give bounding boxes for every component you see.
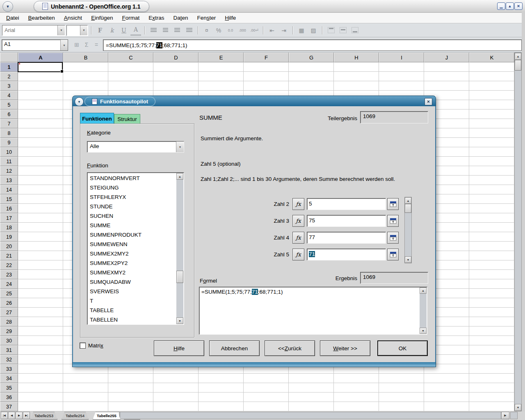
function-item-standnormvert[interactable]: STANDNORMVERT [88,173,176,183]
scroll-down-button[interactable]: ▼ [405,256,411,263]
sheet-tab-tabelle254[interactable]: Tabelle254 [62,412,89,420]
cell-K8[interactable] [469,128,514,138]
column-header-I[interactable]: I [379,52,424,62]
cell-K27[interactable] [469,308,514,317]
row-header-12[interactable]: 12 [0,166,18,176]
cell-H35[interactable] [334,383,379,393]
cell-C1[interactable] [108,62,153,72]
row-header-3[interactable]: 3 [0,81,18,91]
cell-K29[interactable] [469,326,514,336]
row-header-9[interactable]: 9 [0,138,18,147]
cell-K19[interactable] [469,232,514,242]
row-header-14[interactable]: 14 [0,185,18,194]
font-size-combo[interactable]: ▼ [66,25,88,36]
cell-H1[interactable] [334,62,379,72]
add-decimal-button[interactable]: .000 [237,25,248,35]
menu-hilfe[interactable]: Hilfe [220,14,240,22]
sheet-tab-tabelle253[interactable]: Tabelle253 [30,412,57,420]
cell-E3[interactable] [199,81,244,91]
select-all-corner[interactable] [0,52,18,62]
cell-K17[interactable] [469,213,514,223]
last-sheet-button[interactable]: ▶| [23,412,30,419]
cell-A34[interactable] [18,374,63,383]
row-header-13[interactable]: 13 [0,176,18,185]
row-header-1[interactable]: 1 [0,62,18,72]
cell-A26[interactable] [18,298,63,308]
cell-K10[interactable] [469,147,514,157]
cell-A8[interactable] [18,128,63,138]
cell-K2[interactable] [469,72,514,81]
standard-format-button[interactable]: 0.0 [225,25,236,35]
function-item-t[interactable]: T [88,296,176,306]
cell-D37[interactable] [153,402,199,411]
cell-K28[interactable] [469,317,514,326]
cell-A2[interactable] [18,72,63,81]
vertical-scroll-thumb[interactable] [515,60,521,71]
cell-E34[interactable] [199,374,244,383]
cell-H3[interactable] [334,81,379,91]
cell-B36[interactable] [63,393,108,402]
cell-C2[interactable] [108,72,153,81]
shrink-button[interactable] [387,215,399,227]
cell-A15[interactable] [18,194,63,204]
fill-handle[interactable] [60,70,64,73]
next-button[interactable]: Weiter >> [320,340,370,356]
bold-button[interactable]: F [95,25,105,35]
formula-input[interactable]: =SUMME(1;5;75;77;71;68;771;1) [103,39,522,51]
row-header-37[interactable]: 37 [0,402,18,411]
cell-I35[interactable] [379,383,424,393]
function-item-summex2py2[interactable]: SUMMEX2PY2 [88,258,176,268]
next-sheet-button[interactable]: ▶ [16,412,23,419]
cell-A17[interactable] [18,213,63,223]
dialog-titlebar[interactable]: ▼ Funktionsautopilot ✕ [72,96,436,106]
shrink-button[interactable] [387,249,399,260]
row-header-34[interactable]: 34 [0,374,18,383]
cell-A36[interactable] [18,393,63,402]
cell-A22[interactable] [18,260,63,270]
cell-A6[interactable] [18,110,63,119]
font-color-button[interactable]: A [130,25,141,36]
cell-G3[interactable] [289,81,334,91]
cell-H36[interactable] [334,393,379,402]
cell-D3[interactable] [153,81,199,91]
name-box-dropdown-icon[interactable]: ▼ [60,40,68,50]
cell-H37[interactable] [334,402,379,411]
back-button[interactable]: << Zurück [265,340,315,356]
menu-extras[interactable]: Extras [144,14,169,22]
cell-K12[interactable] [469,166,514,176]
align-top-button[interactable] [326,25,336,35]
cell-K22[interactable] [469,260,514,270]
cell-H2[interactable] [334,72,379,81]
argument-scroll-thumb[interactable] [405,204,411,213]
row-header-21[interactable]: 21 [0,251,18,260]
category-select[interactable]: Alle ▼ [87,141,184,153]
minimize-button[interactable]: ▁ [497,2,505,10]
row-header-5[interactable]: 5 [0,100,18,110]
scroll-up-button[interactable]: ▲ [176,173,183,180]
align-middle-button[interactable] [338,25,348,35]
function-item-summenprodukt[interactable]: SUMMENPRODUKT [88,230,176,240]
column-header-B[interactable]: B [63,52,108,62]
cell-C34[interactable] [108,374,153,383]
cell-A37[interactable] [18,402,63,411]
cell-K37[interactable] [469,402,514,411]
column-header-C[interactable]: C [108,52,153,62]
row-header-17[interactable]: 17 [0,213,18,223]
function-item-summewenn[interactable]: SUMMEWENN [88,240,176,249]
cell-D34[interactable] [153,374,199,383]
cell-F37[interactable] [244,402,289,411]
row-header-29[interactable]: 29 [0,326,18,336]
column-header-E[interactable]: E [199,52,244,62]
cell-K15[interactable] [469,194,514,204]
cell-A9[interactable] [18,138,63,147]
cell-A18[interactable] [18,223,63,232]
align-bottom-button[interactable] [349,25,360,35]
cancel-button[interactable]: Abbrechen [209,340,260,356]
argument-input-zahl-2[interactable]: 5 [307,198,386,210]
cell-A12[interactable] [18,166,63,176]
close-button[interactable]: ✕ [514,2,523,10]
row-header-30[interactable]: 30 [0,336,18,345]
cell-K25[interactable] [469,289,514,298]
cell-B2[interactable] [63,72,108,81]
function-item-suchen[interactable]: SUCHEN [88,211,176,221]
